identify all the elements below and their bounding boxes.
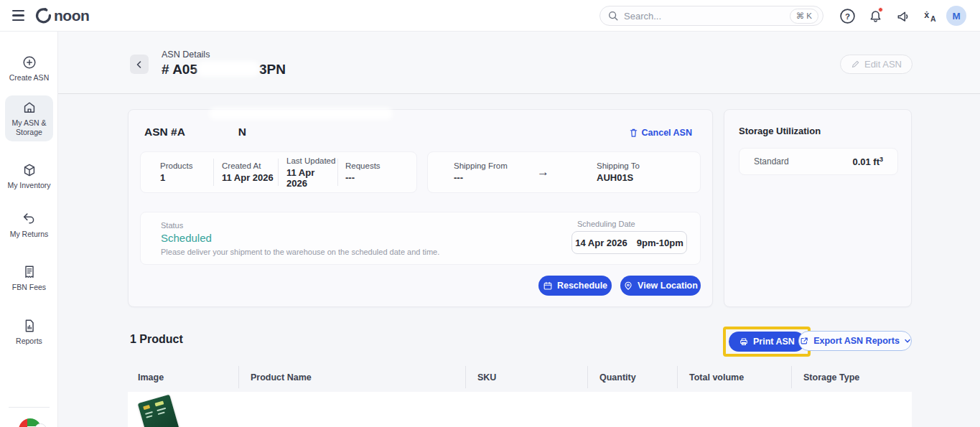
location-pin-icon	[623, 281, 633, 291]
status-label: Status	[161, 221, 183, 230]
asn-meta-box: Products1 Created At11 Apr 2026 Last Upd…	[140, 151, 417, 193]
print-asn-highlight-annotation: Print ASN	[723, 327, 811, 357]
product-thumbnail	[138, 395, 180, 427]
trash-icon	[629, 128, 638, 138]
main-content: ASN #A N Cancel ASN Products1 Created At…	[58, 94, 980, 427]
pencil-icon	[851, 60, 860, 69]
storage-panel-title: Storage Utilization	[739, 126, 821, 136]
export-icon	[799, 336, 809, 346]
notification-dot	[878, 7, 883, 12]
sidebar-item-fbn-fees[interactable]: FBN Fees	[5, 260, 53, 296]
status-note: Please deliver your shipment to the ware…	[161, 248, 439, 256]
flag-chevron-icon: ›	[34, 423, 47, 427]
help-icon: ?	[839, 8, 856, 24]
sidebar-item-label: Create ASN	[9, 73, 49, 83]
redaction-smudge	[209, 108, 393, 120]
hamburger-menu-icon[interactable]	[12, 10, 24, 21]
cancel-asn-button[interactable]: Cancel ASN	[629, 128, 692, 138]
page-title-asn-number: # A05 3PN	[162, 62, 286, 78]
products-table-row	[128, 392, 912, 427]
arrow-right-icon: →	[537, 165, 549, 179]
storage-utilization-panel: Storage Utilization Standard 0.01 ft3	[724, 109, 912, 307]
app-window: noon ⌘ K ?	[0, 0, 980, 427]
svg-text:A: A	[930, 14, 936, 22]
sidebar: Create ASN My ASN & Storage My Inventory…	[0, 32, 58, 427]
scheduling-date-label: Scheduling Date	[577, 220, 635, 228]
translate-icon: ẋ A	[922, 8, 938, 24]
sidebar-item-my-asn-storage[interactable]: My ASN & Storage	[5, 95, 53, 141]
search-bar[interactable]: ⌘ K	[599, 6, 823, 26]
cube-icon	[22, 162, 37, 178]
column-header-sku: SKU	[465, 366, 587, 388]
logo-text: noon	[54, 7, 89, 24]
column-header-image: Image	[128, 366, 238, 388]
return-arrow-icon	[22, 211, 37, 227]
noon-logo[interactable]: noon	[34, 6, 89, 24]
status-value: Scheduled	[161, 232, 212, 244]
svg-text:ẋ: ẋ	[924, 9, 929, 19]
notifications-button[interactable]	[865, 6, 885, 26]
products-table-header: Image Product Name SKU Quantity Total vo…	[128, 366, 912, 388]
user-avatar[interactable]: M	[946, 6, 966, 26]
announcements-button[interactable]	[892, 6, 913, 26]
redaction-smudge	[197, 62, 259, 77]
plus-circle-icon	[22, 55, 37, 70]
column-header-quantity: Quantity	[587, 366, 677, 388]
meta-requests: Requests---	[337, 159, 416, 186]
status-box: Status Scheduled Please deliver your shi…	[140, 212, 701, 265]
keyboard-shortcut-badge: ⌘ K	[790, 9, 818, 24]
meta-created-at: Created At11 Apr 2026	[213, 159, 278, 186]
sidebar-item-my-inventory[interactable]: My Inventory	[5, 158, 53, 194]
asn-card-title: ASN #A N	[144, 126, 246, 139]
chevron-down-icon	[904, 337, 911, 344]
view-location-button[interactable]: View Location	[620, 276, 701, 296]
scheduling-date-value: 14 Apr 2026 9pm-10pm	[571, 231, 687, 254]
top-nav: noon ⌘ K ?	[0, 0, 980, 32]
sidebar-item-create-asn[interactable]: Create ASN	[5, 50, 53, 87]
help-button[interactable]: ?	[837, 6, 857, 26]
search-icon	[607, 10, 619, 22]
sidebar-item-my-returns[interactable]: My Returns	[5, 207, 53, 243]
sidebar-divider	[9, 407, 50, 408]
megaphone-icon	[895, 9, 910, 24]
back-button[interactable]	[130, 55, 149, 74]
home-icon	[22, 100, 37, 116]
shipping-box: Shipping From--- → Shipping ToAUH01S	[427, 151, 701, 193]
export-asn-reports-button[interactable]: Export ASN Reports	[798, 331, 912, 351]
column-header-product-name: Product Name	[238, 366, 465, 388]
asn-summary-card: ASN #A N Cancel ASN Products1 Created At…	[128, 109, 713, 307]
noon-swoosh-icon	[34, 6, 52, 24]
page-eyebrow: ASN Details	[162, 50, 210, 60]
sidebar-item-label: FBN Fees	[12, 283, 46, 292]
receipt-icon	[22, 264, 37, 280]
meta-last-updated: Last Updated11 Apr 2026	[278, 159, 337, 186]
sidebar-item-label: My Inventory	[7, 181, 50, 190]
meta-products: Products1	[141, 159, 213, 186]
calendar-icon	[543, 281, 553, 291]
print-asn-button[interactable]: Print ASN	[729, 332, 805, 352]
chevron-left-icon	[135, 60, 144, 69]
sidebar-item-label: Reports	[16, 337, 42, 346]
country-selector-uae[interactable]: ›	[19, 418, 42, 427]
language-switch-button[interactable]: ẋ A	[920, 6, 940, 26]
search-input[interactable]	[624, 11, 790, 22]
sidebar-item-label: My Returns	[10, 230, 49, 239]
sidebar-item-reports[interactable]: Reports	[5, 314, 53, 350]
reschedule-button[interactable]: Reschedule	[538, 276, 612, 296]
column-header-storage-type: Storage Type	[791, 366, 912, 388]
shipping-to: Shipping ToAUH01S	[597, 161, 640, 183]
printer-icon	[739, 337, 749, 347]
column-header-total-volume: Total volume	[677, 366, 791, 388]
shipping-from: Shipping From---	[454, 161, 533, 183]
sidebar-item-label: My ASN & Storage	[6, 118, 52, 137]
report-document-icon	[22, 318, 37, 334]
products-section-title: 1 Product	[130, 333, 183, 346]
edit-asn-button[interactable]: Edit ASN	[840, 55, 913, 74]
storage-row-standard: Standard 0.01 ft3	[739, 148, 898, 175]
page-header: ASN Details # A05 3PN Edit ASN	[58, 32, 980, 94]
svg-text:?: ?	[844, 11, 849, 20]
